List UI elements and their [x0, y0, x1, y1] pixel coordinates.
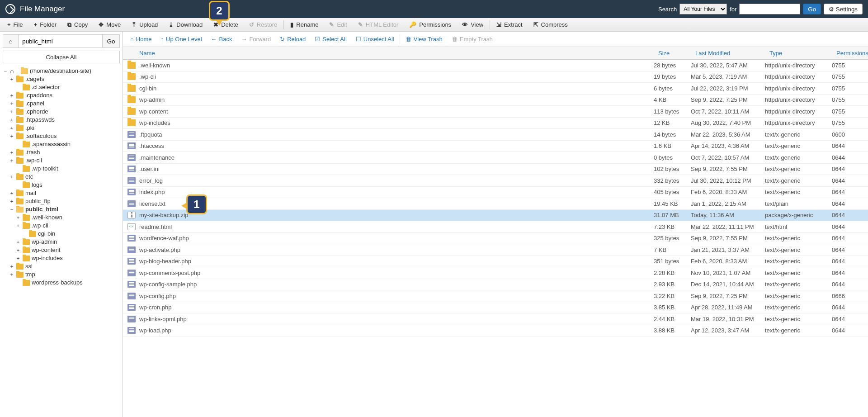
tree-item[interactable]: −⌂(/home/destination-site) [3, 67, 120, 75]
tree-label[interactable]: cgi-bin [38, 230, 55, 238]
tb-move[interactable]: ✥Move [93, 18, 126, 32]
tree-toggle-icon[interactable]: + [9, 124, 14, 132]
table-row[interactable]: wp-links-opml.php2.44 KBMar 19, 2022, 10… [123, 313, 868, 325]
ab-viewtrash[interactable]: 🗑View Trash [401, 32, 447, 47]
tree-item[interactable]: wordpress-backups [15, 279, 120, 287]
tree-label[interactable]: wordpress-backups [32, 279, 83, 287]
tree-label[interactable]: public_ftp [25, 197, 51, 205]
path-input[interactable] [18, 34, 102, 48]
tree-item[interactable]: +.htpasswds [9, 116, 120, 124]
tree-label[interactable]: tmp [25, 270, 35, 279]
tree-label[interactable]: .cpaddons [25, 91, 52, 100]
tb-file[interactable]: +File [2, 18, 28, 32]
tree-toggle-icon[interactable]: + [9, 132, 14, 140]
table-row[interactable]: .wp-cli19 bytesMar 5, 2023, 7:19 AMhttpd… [123, 71, 868, 83]
tree-item[interactable]: +ssl [9, 262, 120, 270]
tree-toggle-icon[interactable]: + [9, 100, 14, 108]
collapse-all-button[interactable]: Collapse All [3, 51, 120, 63]
ab-up[interactable]: ↑Up One Level [156, 32, 207, 47]
tree-item[interactable]: .spamassassin [15, 140, 120, 148]
table-row[interactable]: license.txt19.45 KBJan 1, 2022, 2:15 AMt… [123, 198, 868, 210]
col-permissions[interactable]: Permissions [832, 50, 868, 57]
table-row[interactable]: wp-config-sample.php2.93 KBDec 14, 2021,… [123, 279, 868, 291]
search-go-button[interactable]: Go [803, 4, 821, 14]
tree-label[interactable]: .softaculous [25, 132, 57, 140]
tree-toggle-icon[interactable]: + [9, 262, 14, 270]
tree-toggle-icon[interactable]: + [15, 238, 21, 246]
tree-label[interactable]: public_html [25, 205, 58, 213]
tree-toggle-icon[interactable]: + [15, 213, 21, 222]
table-row[interactable]: wp-config.php3.22 KBSep 9, 2022, 7:25 PM… [123, 290, 868, 302]
tree-toggle-icon[interactable]: − [9, 205, 14, 213]
tree-item[interactable]: −public_html [9, 205, 120, 213]
tree-label[interactable]: .trash [25, 148, 40, 156]
tb-permissions[interactable]: 🔑Permissions [404, 18, 457, 32]
tree-toggle-icon[interactable]: + [9, 108, 14, 116]
col-modified[interactable]: Last Modified [691, 50, 765, 57]
tb-download[interactable]: ⤓Download [163, 18, 208, 32]
table-row[interactable]: .htaccess1.6 KBApr 14, 2023, 4:36 AMtext… [123, 141, 868, 152]
tree-item[interactable]: +.cagefs [9, 75, 120, 83]
tree-label[interactable]: .cl.selector [32, 83, 60, 91]
table-row[interactable]: wp-comments-post.php2.28 KBNov 10, 2021,… [123, 267, 868, 279]
tree-label[interactable]: .cagefs [25, 75, 44, 83]
table-row[interactable]: wp-admin4 KBSep 9, 2022, 7:25 PMhttpd/un… [123, 95, 868, 106]
col-size[interactable]: Size [654, 50, 691, 57]
tree-item[interactable]: +.well-known [15, 213, 120, 222]
tree-label[interactable]: wp-includes [32, 254, 63, 262]
tree-item[interactable]: +.wp-cli [15, 222, 120, 230]
tb-extract[interactable]: ⇲Extract [491, 18, 528, 32]
tree-item[interactable]: +etc [9, 173, 120, 181]
tree-label[interactable]: .well-known [32, 213, 62, 222]
tree-item[interactable]: .wp-toolkit [15, 165, 120, 173]
col-type[interactable]: Type [765, 50, 832, 57]
tree-item[interactable]: +tmp [9, 270, 120, 279]
tree-label[interactable]: mail [25, 189, 36, 197]
tree-item[interactable]: +wp-content [15, 246, 120, 254]
tree-label[interactable]: (/home/destination-site) [30, 67, 91, 75]
tree-toggle-icon[interactable]: + [9, 148, 14, 156]
search-scope-select[interactable]: All Your Files [679, 4, 727, 14]
tree-toggle-icon[interactable]: + [15, 246, 21, 254]
col-name[interactable]: Name [123, 50, 654, 57]
table-row[interactable]: wordfence-waf.php325 bytesSep 9, 2022, 7… [123, 233, 868, 245]
search-input[interactable] [739, 4, 800, 14]
tree-item[interactable]: +.wp-cli [9, 156, 120, 165]
table-row[interactable]: .well-known28 bytesJul 30, 2022, 5:47 AM… [123, 60, 868, 71]
tb-view[interactable]: 👁View [457, 18, 489, 32]
table-row[interactable]: my-site-backup.zip31.07 MBToday, 11:36 A… [123, 210, 868, 222]
tree-item[interactable]: +.cpaddons [9, 91, 120, 100]
tree-item[interactable]: .cl.selector [15, 83, 120, 91]
tree-toggle-icon[interactable]: + [9, 173, 14, 181]
tree-label[interactable]: wp-content [32, 246, 61, 254]
tree-toggle-icon[interactable]: + [15, 222, 21, 230]
tree-label[interactable]: logs [32, 181, 42, 189]
table-row[interactable]: wp-activate.php7 KBJan 21, 2021, 3:37 AM… [123, 244, 868, 256]
tree-item[interactable]: +.softaculous [9, 132, 120, 140]
ab-back[interactable]: ←Back [207, 32, 237, 47]
tree-item[interactable]: logs [15, 181, 120, 189]
tree-item[interactable]: +.cphorde [9, 108, 120, 116]
table-row[interactable]: .maintenance0 bytesOct 7, 2022, 10:57 AM… [123, 152, 868, 164]
tb-rename[interactable]: ▮Rename [285, 18, 324, 32]
tree-toggle-icon[interactable]: + [15, 254, 21, 262]
table-row[interactable]: readme.html7.23 KBMar 22, 2022, 11:11 PM… [123, 221, 868, 233]
table-row[interactable]: .ftpquota14 bytesMar 22, 2023, 5:36 AMte… [123, 129, 868, 141]
table-row[interactable]: error_log332 bytesJul 30, 2022, 10:12 PM… [123, 175, 868, 187]
table-row[interactable]: wp-includes12 KBAug 30, 2022, 7:40 PMhtt… [123, 118, 868, 129]
tree-toggle-icon[interactable]: + [9, 189, 14, 197]
table-row[interactable]: wp-cron.php3.85 KBApr 28, 2022, 11:49 AM… [123, 302, 868, 314]
table-row[interactable]: index.php405 bytesFeb 6, 2020, 8:33 AMte… [123, 187, 868, 199]
tree-toggle-icon[interactable]: + [9, 75, 14, 83]
tree-item[interactable]: +wp-admin [15, 238, 120, 246]
tree-item[interactable]: +.cpanel [9, 100, 120, 108]
tree-item[interactable]: +mail [9, 189, 120, 197]
tree-item[interactable]: +wp-includes [15, 254, 120, 262]
tb-copy[interactable]: ⧉Copy [62, 18, 93, 32]
tree-label[interactable]: etc [25, 173, 33, 181]
tree-toggle-icon[interactable]: + [9, 270, 14, 279]
tree-toggle-icon[interactable]: + [9, 197, 14, 205]
tree-toggle-icon[interactable]: + [9, 116, 14, 124]
table-row[interactable]: wp-blog-header.php351 bytesFeb 6, 2020, … [123, 256, 868, 268]
table-row[interactable]: .user.ini102 bytesSep 9, 2022, 7:55 PMte… [123, 164, 868, 175]
